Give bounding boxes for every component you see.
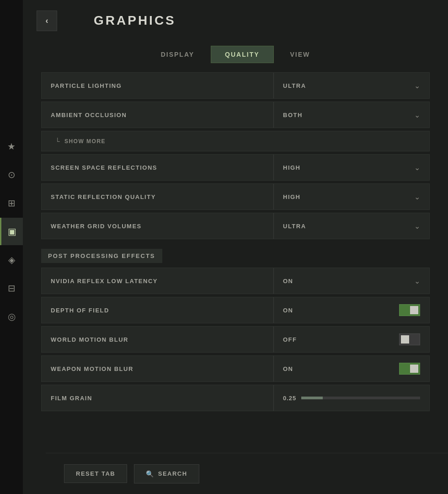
- sidebar-item-graphics[interactable]: ▣: [0, 218, 23, 245]
- sidebar-item-controller[interactable]: ⊞: [0, 189, 23, 217]
- static-reflection-quality-label: STATIC REFLECTION QUALITY: [42, 193, 273, 200]
- weather-grid-volumes-value-container: ULTRA ⌄: [274, 213, 429, 239]
- world-motion-blur-toggle[interactable]: [399, 333, 420, 345]
- chevron-down-icon: ⌄: [414, 277, 420, 285]
- film-grain-value-container: 0.25: [274, 385, 429, 411]
- main-content: ‹ GRAPHICS DISPLAY QUALITY VIEW PARTICLE…: [23, 0, 448, 494]
- back-button[interactable]: ‹: [37, 11, 57, 31]
- favorites-icon: ★: [7, 141, 16, 152]
- setting-nvidia-reflex[interactable]: NVIDIA REFLEX LOW LATENCY ON ⌄: [41, 268, 430, 294]
- hud-icon: ⊟: [8, 283, 16, 294]
- particle-lighting-label: PARTICLE LIGHTING: [42, 82, 273, 89]
- screen-space-reflections-value-container: HIGH ⌄: [274, 155, 429, 180]
- weapon-motion-blur-value: ON: [283, 365, 293, 372]
- ambient-occlusion-value-container: BOTH ⌄: [274, 102, 429, 128]
- toggle-knob: [410, 306, 418, 314]
- depth-of-field-value-container: ON: [274, 297, 429, 323]
- weather-grid-volumes-label: WEATHER GRID VOLUMES: [42, 223, 273, 230]
- setting-weapon-motion-blur[interactable]: WEAPON MOTION BLUR ON: [41, 355, 430, 382]
- particle-lighting-value-container: ULTRA ⌄: [274, 73, 429, 98]
- tabs-container: DISPLAY QUALITY VIEW: [23, 41, 448, 72]
- show-more-row[interactable]: └ SHOW MORE: [41, 131, 430, 151]
- search-icon: 🔍: [146, 470, 155, 478]
- tab-view[interactable]: VIEW: [276, 46, 325, 63]
- setting-film-grain[interactable]: FILM GRAIN 0.25: [41, 385, 430, 411]
- weapon-motion-blur-toggle[interactable]: [399, 363, 420, 375]
- setting-weather-grid-volumes[interactable]: WEATHER GRID VOLUMES ULTRA ⌄: [41, 213, 430, 239]
- film-grain-slider-track[interactable]: [301, 397, 420, 399]
- sidebar-item-mouse[interactable]: ⊙: [0, 161, 23, 188]
- toggle-knob: [410, 365, 418, 373]
- sidebar-item-hud[interactable]: ⊟: [0, 274, 23, 302]
- network-icon: ◎: [8, 311, 16, 322]
- chevron-down-icon: ⌄: [414, 111, 420, 119]
- bottom-bar: RESET TAB 🔍 SEARCH: [46, 453, 448, 494]
- page-title: GRAPHICS: [94, 13, 176, 28]
- chevron-down-icon: ⌄: [414, 222, 420, 231]
- screen-space-reflections-value: HIGH: [283, 164, 301, 171]
- audio-icon: ◈: [8, 254, 15, 265]
- world-motion-blur-label: WORLD MOTION BLUR: [42, 336, 273, 343]
- depth-of-field-label: DEPTH OF FIELD: [42, 307, 273, 314]
- sidebar-item-network[interactable]: ◎: [0, 303, 23, 330]
- setting-depth-of-field[interactable]: DEPTH OF FIELD ON: [41, 297, 430, 323]
- chevron-down-icon: ⌄: [414, 81, 420, 90]
- toggle-knob: [401, 335, 409, 344]
- particle-lighting-value: ULTRA: [283, 82, 306, 89]
- static-reflection-quality-value: HIGH: [283, 193, 301, 200]
- film-grain-slider-fill: [301, 397, 323, 399]
- post-processing-label: POST PROCESSING EFFECTS: [41, 249, 162, 263]
- film-grain-value: 0.25: [283, 395, 299, 402]
- controller-icon: ⊞: [8, 198, 16, 209]
- chevron-down-icon: ⌄: [414, 193, 420, 201]
- mouse-icon: ⊙: [8, 169, 16, 180]
- screen-space-reflections-label: SCREEN SPACE REFLECTIONS: [42, 164, 273, 171]
- nvidia-reflex-value-container: ON ⌄: [274, 268, 429, 294]
- film-grain-label: FILM GRAIN: [42, 395, 273, 402]
- reset-tab-button[interactable]: RESET TAB: [64, 464, 127, 483]
- tab-quality[interactable]: QUALITY: [211, 46, 273, 63]
- nvidia-reflex-value: ON: [283, 278, 293, 285]
- header: ‹ GRAPHICS: [23, 0, 448, 41]
- chevron-down-icon: ⌄: [414, 163, 420, 172]
- depth-of-field-toggle[interactable]: [399, 304, 420, 316]
- show-more-icon: └: [55, 138, 60, 145]
- setting-screen-space-reflections[interactable]: SCREEN SPACE REFLECTIONS HIGH ⌄: [41, 154, 430, 181]
- world-motion-blur-value: OFF: [283, 336, 297, 343]
- ambient-occlusion-value: BOTH: [283, 112, 303, 118]
- world-motion-blur-value-container: OFF: [274, 327, 429, 352]
- show-more-label: SHOW MORE: [64, 138, 106, 145]
- settings-container: PARTICLE LIGHTING ULTRA ⌄ AMBIENT OCCLUS…: [23, 72, 448, 452]
- sidebar: ★ ⊙ ⊞ ▣ ◈ ⊟ ◎: [0, 0, 23, 494]
- depth-of-field-value: ON: [283, 307, 293, 314]
- nvidia-reflex-label: NVIDIA REFLEX LOW LATENCY: [42, 278, 273, 285]
- sidebar-item-favorites[interactable]: ★: [0, 133, 23, 160]
- setting-static-reflection-quality[interactable]: STATIC REFLECTION QUALITY HIGH ⌄: [41, 183, 430, 210]
- back-icon: ‹: [46, 16, 48, 26]
- weapon-motion-blur-label: WEAPON MOTION BLUR: [42, 365, 273, 372]
- setting-ambient-occlusion[interactable]: AMBIENT OCCLUSION BOTH ⌄: [41, 102, 430, 128]
- sidebar-item-audio[interactable]: ◈: [0, 246, 23, 274]
- tab-display[interactable]: DISPLAY: [147, 46, 208, 63]
- post-processing-section-header: POST PROCESSING EFFECTS: [41, 242, 430, 268]
- search-button[interactable]: 🔍 SEARCH: [134, 464, 199, 483]
- weapon-motion-blur-value-container: ON: [274, 356, 429, 381]
- ambient-occlusion-label: AMBIENT OCCLUSION: [42, 112, 273, 118]
- graphics-icon: ▣: [8, 226, 16, 237]
- weather-grid-volumes-value: ULTRA: [283, 223, 306, 230]
- setting-world-motion-blur[interactable]: WORLD MOTION BLUR OFF: [41, 326, 430, 353]
- setting-particle-lighting[interactable]: PARTICLE LIGHTING ULTRA ⌄: [41, 72, 430, 99]
- static-reflection-quality-value-container: HIGH ⌄: [274, 184, 429, 209]
- search-label: SEARCH: [158, 470, 187, 477]
